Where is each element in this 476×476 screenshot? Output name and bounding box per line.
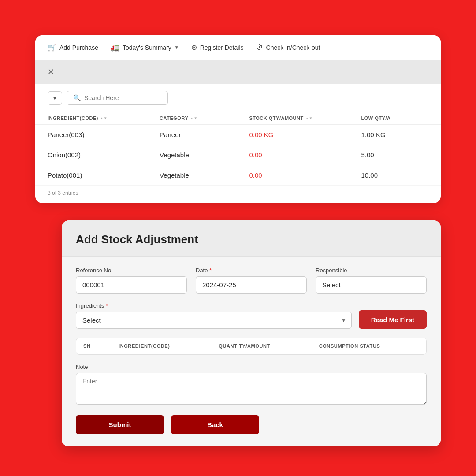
sort-stock-icon[interactable]: ▲▼: [305, 116, 313, 120]
mini-th-status: CONSUMPTION STATUS: [319, 343, 419, 349]
date-group: Date *: [196, 267, 307, 294]
reference-no-input[interactable]: [76, 276, 187, 294]
nav-checkin-checkout[interactable]: ⏱ Check-in/Check-out: [256, 44, 320, 52]
add-stock-adjustment-card: Add Stock Adjustment Reference No Date *…: [62, 220, 441, 446]
search-box: 🔍: [67, 91, 168, 105]
actions-row: Submit Back: [76, 415, 427, 434]
note-label: Note: [76, 364, 427, 370]
sort-ingredient-icon[interactable]: ▲▼: [100, 116, 108, 120]
note-group: Note: [76, 364, 427, 405]
ingredients-group: Ingredients * Select ▼: [76, 302, 352, 329]
form-header: Add Stock Adjustment: [62, 220, 441, 257]
read-me-first-button[interactable]: Read Me First: [359, 310, 427, 329]
clock-icon: ⏱: [256, 44, 263, 52]
table-header: INGREDIENT(CODE) ▲▼ CATEGORY ▲▼ STOCK QT…: [35, 112, 441, 125]
ingredients-select-wrapper: Select ▼: [76, 312, 352, 329]
back-button[interactable]: Back: [171, 415, 259, 434]
nav-add-purchase-label: Add Purchase: [60, 44, 98, 51]
nav-checkin-checkout-label: Check-in/Check-out: [266, 44, 320, 51]
note-textarea[interactable]: [76, 373, 427, 405]
close-icon[interactable]: ✕: [48, 67, 54, 77]
nav-bar: 🛒 Add Purchase 🚛 Today's Summary ▼ ⊗ Reg…: [35, 35, 441, 60]
mini-table-header: SN INGREDIENT(CODE) QUANTITY/AMOUNT CONS…: [76, 338, 426, 354]
th-stock: STOCK QTY/AMOUNT ▲▼: [249, 115, 361, 121]
category-cell: Vegetable: [160, 151, 249, 159]
search-icon: 🔍: [73, 94, 81, 101]
th-category: CATEGORY ▲▼: [160, 115, 249, 121]
nav-register-details-label: Register Details: [200, 44, 244, 51]
nav-todays-summary-label: Today's Summary: [123, 44, 171, 51]
cart-icon: 🛒: [48, 43, 56, 52]
ingredients-row: Ingredients * Select ▼ Read Me First: [76, 302, 427, 329]
lowqty-cell: 1.00 KG: [361, 131, 428, 138]
stock-cell: 0.00: [249, 151, 361, 159]
th-ingredient: INGREDIENT(CODE) ▲▼: [48, 115, 160, 121]
mini-th-ingredient: INGREDIENT(CODE): [119, 343, 219, 349]
date-input[interactable]: [196, 276, 307, 294]
ingredient-code-cell: Onion(002): [48, 151, 160, 159]
mini-table: SN INGREDIENT(CODE) QUANTITY/AMOUNT CONS…: [76, 338, 427, 355]
register-icon: ⊗: [191, 43, 197, 52]
search-row: ▾ 🔍: [35, 84, 441, 112]
th-lowqty: LOW QTY/A: [361, 115, 428, 121]
category-cell: Paneer: [160, 131, 249, 138]
stock-cell: 0.00: [249, 171, 361, 179]
ingredients-select[interactable]: Select: [76, 312, 352, 329]
ingredient-code-cell: Paneer(003): [48, 131, 160, 138]
filter-dropdown-button[interactable]: ▾: [48, 91, 62, 105]
category-cell: Vegetable: [160, 171, 249, 179]
form-title: Add Stock Adjustment: [76, 233, 427, 246]
sort-category-icon[interactable]: ▲▼: [190, 116, 197, 120]
nav-add-purchase[interactable]: 🛒 Add Purchase: [48, 43, 98, 52]
reference-no-label: Reference No: [76, 267, 187, 274]
dropdown-arrow-icon: ▼: [175, 45, 179, 50]
lowqty-cell: 10.00: [361, 171, 428, 179]
table-row: Paneer(003) Paneer 0.00 KG 1.00 KG: [35, 125, 441, 145]
submit-button[interactable]: Submit: [76, 415, 164, 434]
stock-cell: 0.00 KG: [249, 131, 361, 138]
entries-text: 3 of 3 entries: [35, 186, 441, 203]
form-body: Reference No Date * Responsible Select: [62, 257, 441, 446]
table-row: Onion(002) Vegetable 0.00 5.00: [35, 145, 441, 165]
table-row: Potato(001) Vegetable 0.00 10.00: [35, 165, 441, 186]
ingredient-code-cell: Potato(001): [48, 171, 160, 179]
date-label: Date *: [196, 267, 307, 274]
search-input[interactable]: [84, 94, 161, 101]
truck-icon: 🚛: [111, 43, 119, 52]
ingredients-label: Ingredients *: [76, 302, 352, 309]
responsible-select[interactable]: Select: [316, 276, 427, 294]
mini-th-sn: SN: [83, 343, 119, 349]
form-row-1: Reference No Date * Responsible Select: [76, 267, 427, 294]
responsible-select-wrapper: Select: [316, 276, 427, 294]
gray-bar: ✕: [35, 60, 441, 84]
lowqty-cell: 5.00: [361, 151, 428, 159]
reference-no-group: Reference No: [76, 267, 187, 294]
nav-todays-summary[interactable]: 🚛 Today's Summary ▼: [111, 43, 179, 52]
mini-th-quantity: QUANTITY/AMOUNT: [219, 343, 319, 349]
responsible-label: Responsible: [316, 267, 427, 274]
responsible-group: Responsible Select: [316, 267, 427, 294]
nav-register-details[interactable]: ⊗ Register Details: [191, 43, 244, 52]
